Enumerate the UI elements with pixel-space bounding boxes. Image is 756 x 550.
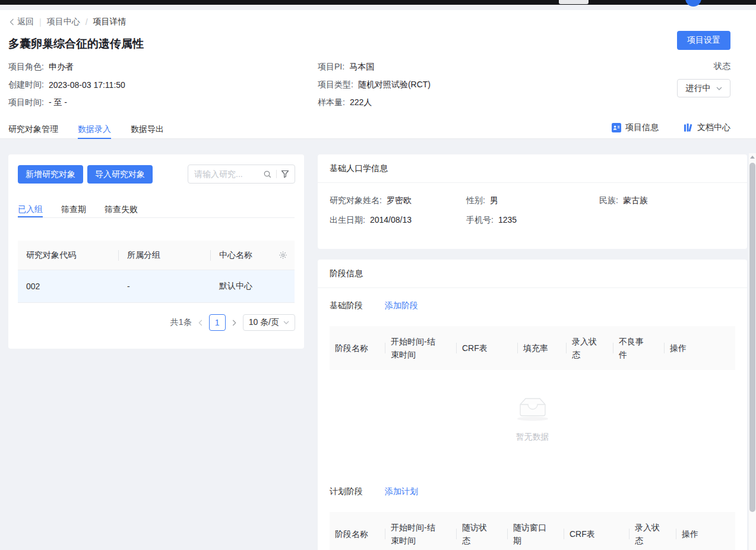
empty-state-text: 暂无数据 <box>330 432 735 442</box>
col-crf: CRF表 <box>457 326 518 370</box>
project-time-label: 项目时间: <box>8 97 44 108</box>
col-actions: 操作 <box>676 512 735 550</box>
ethnicity-label: 民族: <box>599 195 618 206</box>
ethnicity-value: 蒙古族 <box>623 195 648 206</box>
type-label: 项目类型: <box>318 80 353 90</box>
base-stage-table: 阶段名称 开始时间-结束时间 CRF表 填充率 录入状态 不良事件 操作 <box>330 326 735 370</box>
breadcrumb-divider: | <box>39 17 42 27</box>
stage-info-card: 阶段信息 基础阶段 添加阶段 阶段名称 开始时间-结束时间 CRF表 填充率 录… <box>318 260 747 550</box>
subjects-panel: 新增研究对象 导入研究对象 已入组 筛查期 筛查失败 研究对象代码 所属分组 中… <box>8 154 304 349</box>
sample-label: 样本量: <box>318 97 345 108</box>
add-plan-link[interactable]: 添加计划 <box>385 486 418 497</box>
import-subject-button[interactable]: 导入研究对象 <box>87 165 153 184</box>
status-value: 进行中 <box>686 83 711 94</box>
cell-center: 默认中心 <box>211 281 295 292</box>
page-title: 多囊卵巢综合征的遗传属性 <box>8 36 144 52</box>
column-center-label: 中心名称 <box>219 250 252 261</box>
add-subject-button[interactable]: 新增研究对象 <box>18 165 83 184</box>
empty-box-icon <box>513 414 552 423</box>
birthdate-value: 2014/08/13 <box>370 215 412 226</box>
status-label: 状态 <box>714 61 730 72</box>
sample-value: 222人 <box>350 97 372 108</box>
add-stage-link[interactable]: 添加阶段 <box>385 301 418 311</box>
subject-name-value: 罗密欧 <box>387 195 412 206</box>
avatar[interactable] <box>685 0 701 7</box>
column-group: 所属分组 <box>119 250 211 261</box>
subject-search <box>188 165 295 184</box>
scroll-up-icon[interactable] <box>750 156 755 159</box>
back-label: 返回 <box>17 17 34 27</box>
project-settings-button[interactable]: 项目设置 <box>677 31 730 50</box>
page-size-select[interactable]: 10 条/页 <box>243 314 295 331</box>
page-number[interactable]: 1 <box>209 314 226 331</box>
gear-icon[interactable] <box>279 251 287 260</box>
column-center: 中心名称 <box>211 250 295 261</box>
chevron-left-icon <box>10 18 14 26</box>
phone-value: 1235 <box>498 215 517 226</box>
project-info-middle: 项目PI: 马本国 项目类型: 随机对照试验(RCT) 样本量: 222人 <box>318 61 431 115</box>
search-divider <box>276 170 277 178</box>
search-icon[interactable] <box>263 170 272 179</box>
subject-search-input[interactable] <box>194 169 259 179</box>
role-label: 项目角色: <box>8 62 44 72</box>
subject-table-header: 研究对象代码 所属分组 中心名称 <box>18 241 295 270</box>
topbar-button[interactable] <box>559 0 589 4</box>
scrollbar <box>749 153 756 550</box>
subject-table: 研究对象代码 所属分组 中心名称 002 - 默认中心 <box>18 241 295 303</box>
plan-stage-table-header: 阶段名称 开始时间-结束时间 随访状态 随访窗口期 CRF表 录入状态 操作 <box>330 512 735 550</box>
created-value: 2023-08-03 17:11:50 <box>49 80 125 90</box>
chevron-down-icon <box>283 321 289 324</box>
demographics-card-title: 基础人口学信息 <box>318 154 747 183</box>
project-info-link-label: 项目信息 <box>625 122 659 133</box>
doc-center-link[interactable]: 文档中心 <box>684 122 730 133</box>
col-start-end-time: 开始时间-结束时间 <box>385 326 457 370</box>
page-header: 返回 | 项目中心 / 项目详情 多囊卵巢综合征的遗传属性 项目设置 项目角色:… <box>0 10 756 139</box>
tab-screen-failed[interactable]: 筛查失败 <box>105 202 138 217</box>
scrollbar-thumb[interactable] <box>749 163 755 512</box>
base-stage-label: 基础阶段 <box>330 301 363 311</box>
id-card-icon <box>612 123 621 132</box>
subject-name-label: 研究对象姓名: <box>330 195 382 206</box>
empty-state: 暂无数据 <box>330 393 735 442</box>
tab-screening[interactable]: 筛查期 <box>61 202 86 217</box>
column-subject-code: 研究对象代码 <box>18 250 119 261</box>
phone-label: 手机号: <box>466 215 494 226</box>
gender-value: 男 <box>490 195 498 206</box>
demographics-fields: 研究对象姓名:罗密欧 性别:男 民族:蒙古族 出生日期:2014/08/13 手… <box>318 183 747 238</box>
breadcrumb: 返回 | 项目中心 / 项目详情 <box>10 17 126 27</box>
pi-label: 项目PI: <box>318 62 344 72</box>
chevron-down-icon <box>716 87 722 90</box>
project-info-link[interactable]: 项目信息 <box>612 122 659 133</box>
breadcrumb-current: 项目详情 <box>93 17 126 27</box>
pi-value: 马本国 <box>349 62 374 72</box>
col-stage-name: 阶段名称 <box>330 326 385 370</box>
tab-data-entry[interactable]: 数据录入 <box>78 119 111 139</box>
top-navbar <box>0 0 756 5</box>
birthdate-label: 出生日期: <box>330 215 365 226</box>
subject-table-row[interactable]: 002 - 默认中心 <box>18 270 295 303</box>
filter-funnel-icon[interactable] <box>281 170 289 178</box>
col-actions: 操作 <box>665 326 735 370</box>
type-value: 随机对照试验(RCT) <box>358 80 431 90</box>
tab-subject-management[interactable]: 研究对象管理 <box>8 119 58 139</box>
page-next-icon[interactable] <box>231 320 238 326</box>
stage-card-title: 阶段信息 <box>318 260 747 288</box>
page-size-value: 10 条/页 <box>249 317 279 328</box>
role-value: 申办者 <box>49 62 74 72</box>
doc-center-link-label: 文档中心 <box>697 122 730 133</box>
status-select[interactable]: 进行中 <box>677 79 730 97</box>
cell-subject-code: 002 <box>18 282 119 291</box>
col-followup-status: 随访状态 <box>457 512 508 550</box>
breadcrumb-slash: / <box>86 17 88 27</box>
subject-status-tabs: 已入组 筛查期 筛查失败 <box>18 202 295 218</box>
demographics-card: 基础人口学信息 研究对象姓名:罗密欧 性别:男 民族:蒙古族 出生日期:2014… <box>318 154 747 249</box>
breadcrumb-project-center[interactable]: 项目中心 <box>47 17 80 27</box>
header-links: 项目信息 文档中心 <box>612 122 730 133</box>
back-link[interactable]: 返回 <box>10 17 34 27</box>
library-books-icon <box>684 123 693 132</box>
tab-enrolled[interactable]: 已入组 <box>18 202 43 217</box>
tab-data-export[interactable]: 数据导出 <box>131 119 164 139</box>
page-prev-icon[interactable] <box>197 320 204 326</box>
cell-group: - <box>119 282 211 291</box>
col-entry-status: 录入状态 <box>630 512 676 550</box>
